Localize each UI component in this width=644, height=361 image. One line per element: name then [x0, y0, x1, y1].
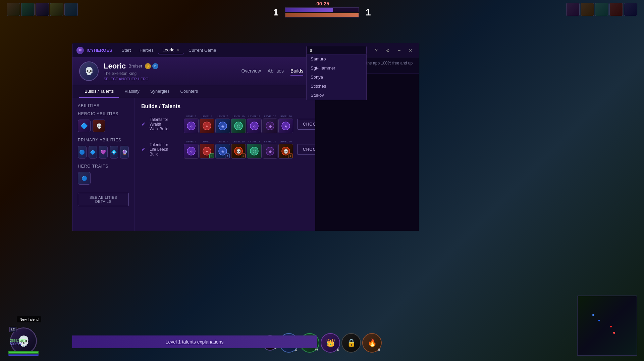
build-check-2: ✔: [141, 146, 146, 152]
talent-icon-1-7[interactable]: ★: [278, 119, 293, 133]
title-heroes: HEROES: [94, 48, 112, 53]
svg-text:◆: ◆: [269, 124, 272, 129]
sub-nav-viability[interactable]: Viability: [119, 85, 145, 98]
hp-bars: [8, 351, 39, 356]
talent-slot-2-3: LEVEL 7 ◈ ✦: [215, 140, 230, 159]
talent-icon-1-4[interactable]: ⬡: [231, 119, 246, 133]
score-left: 1: [273, 7, 278, 18]
ability-lock-icon[interactable]: 🔒: [341, 333, 361, 353]
sub-nav-synergies[interactable]: Synergies: [145, 85, 175, 98]
sub-nav-builds-talents[interactable]: Builds / Talents: [79, 85, 119, 98]
search-result-stitches[interactable]: Stitches: [307, 82, 366, 91]
sub-nav-counters[interactable]: Counters: [175, 85, 204, 98]
talent-icon-2-7[interactable]: 💀 ●: [278, 144, 293, 159]
heroic-abilities-title: Heroic Abilities: [78, 111, 129, 116]
svg-text:⟡: ⟡: [190, 149, 193, 154]
svg-text:💀: 💀: [283, 149, 288, 154]
svg-text:💀: 💀: [236, 149, 241, 154]
heroic-ability-1[interactable]: 🔷: [78, 120, 91, 132]
build-info-1: Talents forWraithWalk Build: [150, 117, 180, 131]
ally-hero-1: [566, 3, 580, 16]
title-tabs: Start Heroes Leoric ✕ Current Game: [118, 46, 220, 54]
settings-button[interactable]: ⚙: [383, 46, 392, 55]
talent-icon-2-3[interactable]: ◈ ✦: [215, 144, 230, 159]
player-level: LE: [9, 327, 16, 332]
hero-name: Leoric: [104, 62, 126, 71]
search-result-sonya[interactable]: Sonya: [307, 73, 366, 82]
ad-panel: This ad allows us to keep the app 100% f…: [315, 98, 419, 231]
primary-ability-2[interactable]: 🔷: [89, 146, 97, 159]
select-another-hero-link[interactable]: SELECT ANOTHER HERO: [104, 77, 236, 81]
search-result-samuro[interactable]: Samuro: [307, 54, 366, 63]
ally-hero-5: [624, 3, 637, 16]
enemy-hero-2: [21, 3, 35, 16]
talent-icon-1-5[interactable]: ⟡: [247, 119, 262, 133]
talent-slot-2-4: LEVEL 10 💀 ●: [231, 140, 246, 159]
minimize-button[interactable]: −: [395, 46, 404, 55]
tab-heroes[interactable]: Heroes: [136, 46, 158, 54]
tab-start[interactable]: Start: [118, 46, 135, 54]
ability-e-icon[interactable]: 👑E: [321, 333, 340, 353]
score-right: 1: [366, 7, 371, 18]
tab-close-leoric[interactable]: ✕: [177, 48, 180, 52]
hero-nav-abilities[interactable]: Abilities: [268, 67, 284, 76]
talent-icon-1-1[interactable]: ⟡: [184, 119, 199, 133]
hero-nav-overview[interactable]: Overview: [241, 67, 261, 76]
talent-slot-1-4: LEVEL 10 ⬡: [231, 115, 246, 133]
talent-icon-2-6[interactable]: ◆: [263, 144, 277, 159]
hero-role: Bruiser: [128, 63, 142, 69]
tab-leoric[interactable]: Leoric ✕: [158, 46, 184, 54]
search-input[interactable]: [306, 46, 367, 54]
primary-ability-icons: 🔵 🔷 💜 💠 🔮: [78, 146, 129, 159]
mana-text: 500/500: [10, 342, 22, 346]
talent-levels-2: LEVEL 1 ⟡ LEVEL 4 ✦ + LEVEL 7: [184, 140, 293, 159]
help-button[interactable]: ?: [372, 46, 381, 55]
primary-ability-3[interactable]: 💜: [99, 146, 108, 159]
talent-icon-2-2[interactable]: ✦ +: [200, 144, 214, 159]
talent-icon-1-2[interactable]: ✦: [200, 119, 214, 133]
primary-ability-5[interactable]: 🔮: [120, 146, 129, 159]
heroic-ability-2[interactable]: 💀: [93, 120, 105, 132]
primary-ability-1[interactable]: 🔵: [78, 146, 87, 159]
game-hud-top: -00:25 1 1: [0, 0, 644, 18]
talent-slot-1-7: LEVEL 20 ★: [278, 115, 293, 133]
talent-icon-1-3[interactable]: ◈: [215, 119, 230, 133]
svg-text:◈: ◈: [221, 149, 225, 154]
hero-trait-icons: 🔵: [78, 172, 129, 185]
close-button[interactable]: ✕: [406, 46, 415, 55]
svg-text:⬡: ⬡: [253, 149, 256, 154]
build-info-2: Talents forLife LeechBuild: [150, 142, 180, 156]
tab-current-game[interactable]: Current Game: [184, 46, 220, 54]
hero-badges: ⚡ D: [145, 63, 158, 69]
talent-icon-2-5[interactable]: ⬡: [247, 144, 262, 159]
svg-text:⬡: ⬡: [237, 124, 240, 129]
primary-ability-4[interactable]: 💠: [110, 146, 118, 159]
build-name-2: Talents forLife LeechBuild: [150, 142, 180, 156]
svg-text:⟡: ⟡: [253, 124, 256, 129]
ally-hero-3: [595, 3, 608, 16]
talent-slot-1-1: LEVEL 1 ⟡: [184, 115, 199, 133]
hero-avatar: 💀: [79, 61, 99, 81]
enemy-hero-1: [7, 3, 20, 16]
talent-icon-2-1[interactable]: ⟡: [184, 144, 199, 159]
ability-b-icon[interactable]: 🔥B: [362, 333, 382, 353]
ally-portraits: [566, 3, 637, 16]
bottom-bar[interactable]: Level 1 talents explanations: [72, 335, 317, 348]
build-name-1: Talents forWraithWalk Build: [150, 117, 180, 131]
search-result-stukov[interactable]: Stukov: [307, 91, 366, 100]
build-check-1: ✔: [141, 121, 146, 127]
talent-slot-2-6: LEVEL 16 ◆: [263, 140, 277, 159]
game-timer: -00:25: [315, 1, 329, 6]
search-result-sgt-hammer[interactable]: Sgt-Hammer: [307, 63, 366, 73]
app-window: ❄ ICYHEROES Start Heroes Leoric ✕ Curren…: [72, 43, 419, 231]
title-bar: ❄ ICYHEROES Start Heroes Leoric ✕ Curren…: [72, 43, 419, 57]
talent-icon-2-4[interactable]: 💀 ●: [231, 144, 246, 159]
ally-hero-2: [581, 3, 594, 16]
talent-icon-1-6[interactable]: ◆: [263, 119, 277, 133]
see-abilities-button[interactable]: SEE ABILITIES DETAILS: [78, 193, 129, 206]
primary-abilities-title: Primary Abilities: [78, 138, 129, 142]
trait-icon-1[interactable]: 🔵: [78, 172, 91, 185]
talent-slot-2-2: LEVEL 4 ✦ +: [200, 140, 214, 159]
hero-nav-builds[interactable]: Builds: [290, 67, 303, 76]
hero-subtitle: The Skeleton King: [104, 71, 236, 76]
